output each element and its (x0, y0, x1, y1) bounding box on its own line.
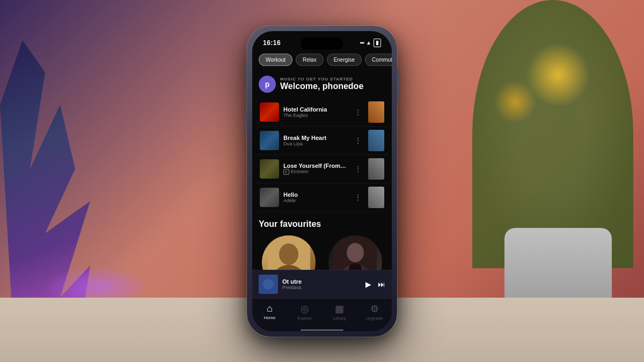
upgrade-icon: ⚙ (370, 303, 379, 315)
track-name: Hotel California (283, 106, 348, 113)
svg-point-1 (279, 243, 298, 265)
track-thumb (368, 101, 384, 123)
side-button-left2 (245, 85, 247, 106)
favourites-grid: Brittany Howard 104K subscribers (259, 235, 385, 270)
pill-energise[interactable]: Energise (327, 54, 362, 66)
next-button[interactable]: ⏭ (378, 280, 385, 289)
track-item[interactable]: Lose Yourself (From "8 Mile" Soundtrack)… (257, 155, 387, 183)
track-thumb (368, 158, 384, 180)
favourite-avatar-preslava (328, 235, 382, 270)
track-artist-row: The Eagles (283, 113, 348, 118)
pill-relax[interactable]: Relax (296, 54, 324, 66)
phone-screen: 16:16 ▪▪▪ ▲ ▮ Workout Relax Energise Com… (252, 31, 392, 331)
track-list: Hotel California The Eagles ⋮ Break My H… (252, 98, 392, 212)
mini-player-controls: ▶ ⏭ (365, 280, 385, 289)
track-artist: The Eagles (283, 113, 308, 118)
favourites-title: Your favourites (259, 219, 385, 229)
pill-workout[interactable]: Workout (259, 54, 292, 66)
mini-player-track: Ot utre (282, 278, 361, 285)
nav-item-library[interactable]: ▦ Library (322, 303, 357, 321)
favourite-item-brittany[interactable]: Brittany Howard 104K subscribers (259, 235, 319, 270)
battery-icon: ▮ (374, 39, 381, 47)
track-info: Hotel California The Eagles (283, 106, 348, 118)
status-time: 16:16 (263, 39, 281, 47)
side-button-right (397, 69, 399, 101)
explore-icon: ◎ (301, 303, 309, 315)
track-art-break (260, 131, 279, 150)
home-indicator (252, 329, 392, 331)
track-menu-button[interactable]: ⋮ (352, 134, 364, 147)
track-art-hello (260, 188, 279, 207)
dynamic-island (301, 38, 343, 49)
library-icon: ▦ (335, 303, 344, 315)
mini-player-info: Ot utre Preslava (282, 278, 361, 290)
track-info: Lose Yourself (From "8 Mile" Soundtrack)… (283, 162, 348, 175)
nav-label-explore: Explore (297, 316, 312, 321)
mini-player[interactable]: Ot utre Preslava ▶ ⏭ (252, 270, 392, 298)
side-button-left1 (245, 63, 247, 79)
nav-item-home[interactable]: ⌂ Home (252, 303, 287, 320)
signal-icon: ▪▪▪ (360, 40, 364, 46)
nav-item-explore[interactable]: ◎ Explore (287, 303, 322, 321)
track-info: Hello Adele (283, 191, 348, 203)
track-name: Break My Heart (283, 135, 348, 141)
track-menu-button[interactable]: ⋮ (352, 162, 364, 175)
welcome-text: MUSIC TO GET YOU STARTED Welcome, phoned… (280, 77, 363, 91)
screen-content: Workout Relax Energise Commute p MUSIC T… (252, 50, 392, 270)
favourites-section: Your favourites Brittany Howard 104K sub… (252, 212, 392, 270)
nav-label-library: Library (333, 316, 346, 321)
track-menu-button[interactable]: ⋮ (352, 106, 364, 119)
track-art-lose (260, 159, 279, 179)
track-thumb (368, 187, 384, 208)
track-item[interactable]: Hello Adele ⋮ (257, 183, 387, 212)
track-art-hotel (260, 102, 279, 122)
play-button[interactable]: ▶ (365, 280, 371, 289)
track-thumb (368, 130, 384, 151)
welcome-section: p MUSIC TO GET YOU STARTED Welcome, phon… (252, 71, 392, 98)
home-icon: ⌂ (267, 303, 273, 314)
track-artist-row: Adele (283, 198, 348, 203)
mini-player-artist: Preslava (282, 285, 361, 290)
bottom-nav: ⌂ Home ◎ Explore ▦ Library ⚙ Upgrade (252, 298, 392, 329)
track-artist: Eminem (291, 169, 309, 174)
mini-player-art (259, 275, 278, 294)
welcome-avatar: p (259, 76, 276, 93)
track-item[interactable]: Break My Heart Dua Lipa ⋮ (257, 127, 387, 155)
welcome-subtitle: MUSIC TO GET YOU STARTED (280, 77, 363, 82)
track-name: Lose Yourself (From "8 Mile" Soundtrack) (283, 162, 348, 169)
track-item[interactable]: Hotel California The Eagles ⋮ (257, 98, 387, 127)
status-icons: ▪▪▪ ▲ ▮ (360, 39, 381, 47)
track-artist: Dua Lipa (283, 141, 303, 146)
welcome-title: Welcome, phonedoe (280, 82, 363, 91)
nav-label-home: Home (264, 315, 275, 320)
track-artist: Adele (283, 198, 296, 203)
track-artist-row: Dua Lipa (283, 141, 348, 146)
nav-item-upgrade[interactable]: ⚙ Upgrade (357, 303, 392, 321)
track-artist-row: E Eminem (283, 169, 348, 175)
home-indicator-bar (301, 329, 343, 331)
explicit-badge: E (283, 169, 289, 175)
svg-point-7 (263, 279, 274, 290)
track-name: Hello (283, 191, 348, 198)
bg-bokeh2 (494, 80, 537, 123)
nav-label-upgrade: Upgrade (366, 316, 383, 321)
side-button-left3 (245, 112, 247, 133)
category-pills: Workout Relax Energise Commute (252, 50, 392, 71)
favourite-item-preslava[interactable]: Preslava 201K subscribers (325, 235, 385, 270)
svg-point-4 (347, 243, 364, 262)
track-info: Break My Heart Dua Lipa (283, 135, 348, 146)
pill-commute[interactable]: Commute (365, 54, 392, 66)
phone-wrapper: 16:16 ▪▪▪ ▲ ▮ Workout Relax Energise Com… (247, 26, 397, 337)
wifi-icon: ▲ (366, 40, 371, 46)
track-menu-button[interactable]: ⋮ (352, 191, 364, 204)
favourite-avatar-brittany (262, 235, 316, 270)
